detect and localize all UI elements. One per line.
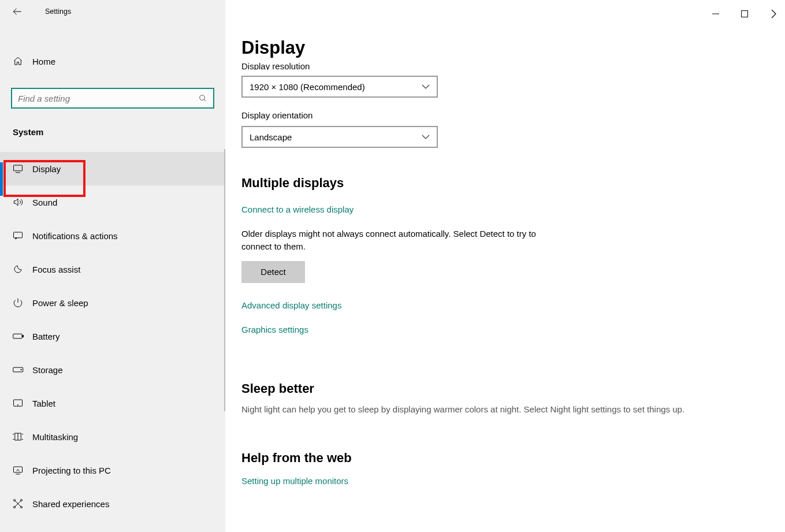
svg-point-25 <box>14 500 16 501</box>
window-controls <box>710 7 779 21</box>
sidebar-item-label: Power & sleep <box>32 298 88 308</box>
chevron-down-icon <box>422 135 430 139</box>
help-heading: Help from the web <box>241 451 769 466</box>
sleep-better-heading: Sleep better <box>241 381 769 396</box>
notifications-icon <box>13 231 32 240</box>
svg-marker-5 <box>14 199 18 206</box>
home-icon <box>13 56 32 66</box>
titlebar: Settings <box>0 0 225 23</box>
active-indicator <box>0 162 3 196</box>
sidebar-item-sound[interactable]: Sound <box>0 185 225 219</box>
sidebar-item-notifications[interactable]: Notifications & actions <box>0 219 225 252</box>
maximize-icon <box>741 10 748 17</box>
home-label: Home <box>32 57 55 66</box>
search-icon <box>198 94 207 103</box>
orientation-value: Landscape <box>250 132 292 142</box>
minimize-icon <box>712 10 719 17</box>
forward-button[interactable] <box>768 7 779 21</box>
arrow-left-icon <box>12 6 23 17</box>
maximize-button[interactable] <box>739 8 750 20</box>
sidebar-item-label: Tablet <box>32 399 55 408</box>
svg-point-27 <box>14 507 16 508</box>
focus-assist-icon <box>13 264 32 274</box>
help-link-multiple-monitors[interactable]: Setting up multiple monitors <box>241 476 348 486</box>
sleep-description: Night light can help you get to sleep by… <box>241 403 761 416</box>
svg-line-2 <box>204 99 206 101</box>
sidebar-item-label: Projecting to this PC <box>32 466 111 475</box>
search-container <box>11 88 214 109</box>
sidebar: Settings Home System Display Sound <box>0 0 225 532</box>
tablet-icon <box>13 399 32 408</box>
sidebar-item-shared-experiences[interactable]: Shared experiences <box>0 487 225 520</box>
detect-description: Older displays might not always connect … <box>241 228 565 253</box>
display-icon <box>13 164 32 173</box>
multitasking-icon <box>13 432 32 441</box>
sidebar-item-projecting[interactable]: Projecting to this PC <box>0 453 225 487</box>
window-title: Settings <box>45 8 71 16</box>
sidebar-item-tablet[interactable]: Tablet <box>0 386 225 420</box>
sidebar-item-focus-assist[interactable]: Focus assist <box>0 252 225 286</box>
sidebar-item-label: Notifications & actions <box>32 231 118 241</box>
back-button[interactable] <box>12 6 23 17</box>
svg-rect-3 <box>14 165 23 171</box>
sidebar-item-storage[interactable]: Storage <box>0 353 225 386</box>
sidebar-item-label: Sound <box>32 198 57 207</box>
storage-icon <box>13 366 32 373</box>
page-title: Display <box>225 0 785 58</box>
section-title-system: System <box>0 109 225 137</box>
svg-rect-10 <box>23 335 24 337</box>
projecting-icon <box>13 466 32 475</box>
sidebar-item-battery[interactable]: Battery <box>0 319 225 353</box>
sidebar-item-power-sleep[interactable]: Power & sleep <box>0 286 225 319</box>
chevron-down-icon <box>422 84 430 89</box>
svg-point-1 <box>200 95 205 101</box>
multiple-displays-heading: Multiple displays <box>241 176 769 191</box>
chevron-right-icon <box>770 9 777 18</box>
svg-point-28 <box>21 507 23 508</box>
svg-rect-30 <box>742 11 748 17</box>
sidebar-item-multitasking[interactable]: Multitasking <box>0 420 225 453</box>
connect-wireless-link[interactable]: Connect to a wireless display <box>241 204 354 214</box>
battery-icon <box>13 332 32 340</box>
resolution-value: 1920 × 1080 (Recommended) <box>250 82 365 92</box>
sidebar-item-label: Shared experiences <box>32 499 109 509</box>
sidebar-item-label: Multitasking <box>32 432 78 442</box>
shared-experiences-icon <box>13 498 32 509</box>
sidebar-item-label: Storage <box>32 365 63 375</box>
graphics-settings-link[interactable]: Graphics settings <box>241 325 308 334</box>
main-content: Display Display resolution 1920 × 1080 (… <box>225 0 785 532</box>
sidebar-item-label: Display <box>32 164 61 174</box>
nav-list: Display Sound Notifications & actions Fo… <box>0 152 225 520</box>
svg-point-14 <box>17 404 18 405</box>
resolution-dropdown[interactable]: 1920 × 1080 (Recommended) <box>241 76 438 98</box>
sidebar-item-label: Battery <box>32 332 60 341</box>
power-icon <box>13 297 32 308</box>
advanced-display-link[interactable]: Advanced display settings <box>241 300 341 310</box>
resolution-label: Display resolution <box>241 63 769 70</box>
sidebar-item-display[interactable]: Display <box>0 152 225 185</box>
search-box[interactable] <box>11 88 214 109</box>
svg-point-26 <box>21 500 23 501</box>
detect-button[interactable]: Detect <box>241 261 305 283</box>
svg-point-12 <box>21 369 22 370</box>
svg-rect-9 <box>13 334 22 338</box>
svg-rect-6 <box>14 232 23 238</box>
home-nav-item[interactable]: Home <box>0 49 225 74</box>
orientation-dropdown[interactable]: Landscape <box>241 126 438 148</box>
minimize-button[interactable] <box>710 8 721 20</box>
sidebar-item-label: Focus assist <box>32 265 80 274</box>
sound-icon <box>13 197 32 207</box>
orientation-label: Display orientation <box>241 110 769 120</box>
search-input[interactable] <box>18 94 198 103</box>
